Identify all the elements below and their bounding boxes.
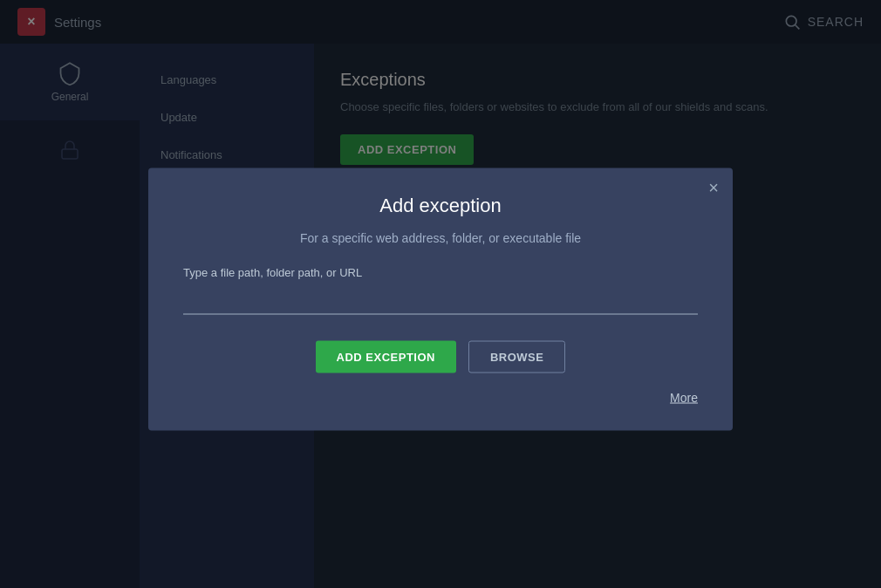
modal-more-link[interactable]: More (183, 391, 698, 405)
modal-add-exception-button[interactable]: ADD EXCEPTION (316, 341, 456, 373)
modal-browse-button[interactable]: BROWSE (468, 341, 566, 373)
modal-title: Add exception (183, 195, 698, 217)
add-exception-modal: × Add exception For a specific web addre… (148, 168, 733, 431)
modal-action-buttons: ADD EXCEPTION BROWSE (183, 341, 698, 373)
exception-path-input[interactable] (183, 286, 698, 315)
modal-subtitle: For a specific web address, folder, or e… (183, 231, 698, 245)
modal-close-button[interactable]: × (708, 179, 719, 196)
modal-input-label: Type a file path, folder path, or URL (183, 266, 698, 279)
